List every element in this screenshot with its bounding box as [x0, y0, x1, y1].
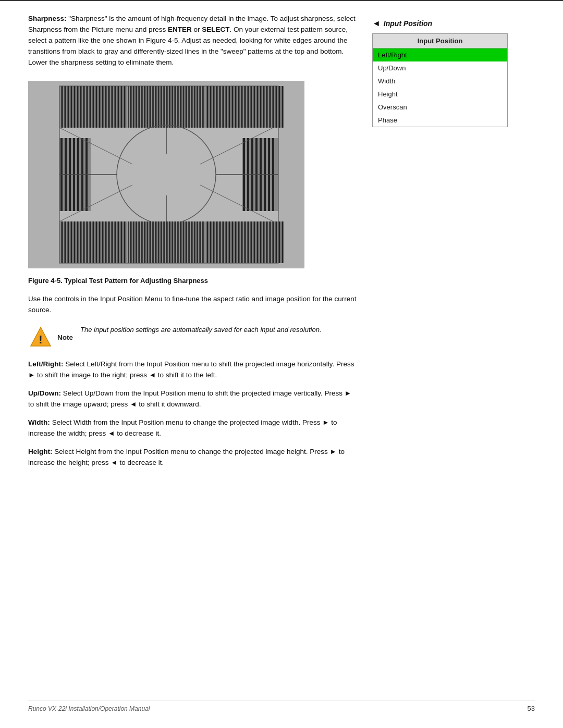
section-updown: Up/Down: Select Up/Down from the Input P…	[28, 388, 357, 410]
input-position-menu: Input Position Left/Right Up/Down Width …	[372, 33, 508, 127]
svg-text:!: !	[39, 333, 42, 346]
menu-item-phase[interactable]: Phase	[373, 114, 508, 127]
main-column: Sharpness: "Sharpness" is the amount of …	[28, 14, 372, 476]
test-pattern-image	[28, 81, 304, 268]
intro-paragraph: Sharpness: "Sharpness" is the amount of …	[28, 14, 357, 68]
section-leftright: Left/Right: Select Left/Right from the I…	[28, 359, 357, 381]
content-area: Sharpness: "Sharpness" is the amount of …	[0, 14, 563, 476]
section-width: Width: Select Width from the Input Posit…	[28, 417, 357, 439]
description-paragraph: Use the controls in the Input Position M…	[28, 294, 357, 316]
note-icon: !	[28, 325, 53, 350]
width-text: Select Width from the Input Position men…	[28, 418, 337, 437]
height-text: Select Height from the Input Position me…	[28, 448, 345, 466]
sharpness-label: Sharpness:	[28, 15, 67, 22]
note-text-wrapper: The input position settings are automati…	[80, 325, 322, 335]
select-bold: SELECT	[202, 26, 229, 33]
side-column: ◄ Input Position Input Position Left/Rig…	[372, 14, 508, 476]
menu-item-height[interactable]: Height	[373, 88, 508, 101]
footer-left: Runco VX-22i Installation/Operation Manu…	[28, 705, 150, 712]
note-label: Note	[57, 334, 73, 341]
menu-table-header: Input Position	[373, 34, 508, 48]
page-container: Sharpness: "Sharpness" is the amount of …	[0, 0, 563, 728]
height-label: Height:	[28, 448, 53, 455]
section-height: Height: Select Height from the Input Pos…	[28, 447, 357, 468]
note-text: The input position settings are automati…	[80, 325, 322, 335]
menu-item-width[interactable]: Width	[373, 75, 508, 88]
width-label: Width:	[28, 418, 50, 426]
menu-items: Left/Right Up/Down Width Height Overscan	[373, 48, 508, 127]
leftright-text: Select Left/Right from the Input Positio…	[28, 360, 354, 379]
menu-item-updown[interactable]: Up/Down	[373, 61, 508, 75]
menu-item-leftright[interactable]: Left/Right	[373, 48, 508, 62]
leftright-label: Left/Right:	[28, 360, 63, 368]
intro-text: "Sharpness" is the amount of high-freque…	[28, 15, 356, 66]
sections-container: Left/Right: Select Left/Right from the I…	[28, 359, 357, 468]
note-box: ! Note The input position settings are a…	[28, 325, 357, 350]
side-heading: ◄ Input Position	[372, 19, 508, 28]
menu-item-overscan[interactable]: Overscan	[373, 101, 508, 114]
enter-bold: ENTER	[168, 26, 192, 33]
updown-text: Select Up/Down from the Input Position m…	[28, 389, 351, 408]
side-arrow-icon: ◄	[372, 19, 381, 28]
footer-right: 53	[528, 705, 535, 712]
page-footer: Runco VX-22i Installation/Operation Manu…	[28, 700, 535, 712]
updown-label: Up/Down:	[28, 389, 61, 397]
figure-caption: Figure 4-5. Typical Test Pattern for Adj…	[28, 277, 357, 285]
top-rule	[0, 0, 563, 1]
side-heading-text: Input Position	[384, 19, 432, 28]
